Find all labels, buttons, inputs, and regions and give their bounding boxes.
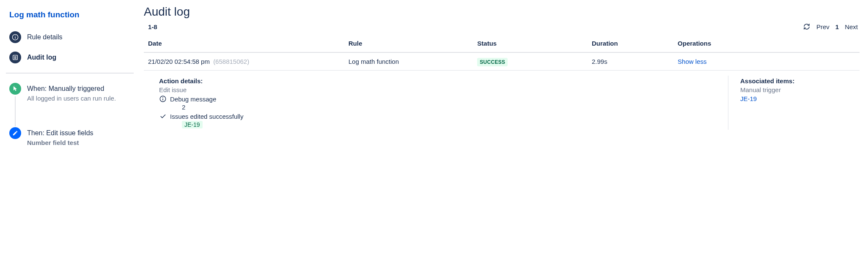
page-title: Audit log (144, 5, 860, 19)
associated-label: Associated items: (740, 77, 851, 85)
audit-table: Date Rule Status Duration Operations 21/… (144, 35, 860, 135)
row-id: (658815062) (213, 58, 249, 65)
col-rule: Rule (344, 35, 473, 52)
step-title: When: Manually triggered (27, 84, 116, 94)
svg-rect-2 (15, 37, 15, 39)
row-date: 21/02/20 02:54:58 pm (148, 58, 210, 65)
col-date: Date (144, 35, 344, 52)
rule-title[interactable]: Log math function (6, 8, 134, 27)
debug-label: Debug message (170, 96, 216, 103)
step-title: Then: Edit issue fields (27, 128, 93, 138)
status-badge: SUCCESS (477, 58, 508, 66)
step-subtitle: All logged in users can run rule. (27, 94, 116, 104)
action-name: Edit issue (159, 86, 724, 93)
sidebar-item-label: Audit log (27, 54, 56, 61)
associated-issue-link[interactable]: JE-19 (740, 95, 757, 102)
refresh-icon[interactable] (803, 23, 810, 30)
action-details-label: Action details: (159, 77, 724, 85)
debug-value: 2 (159, 104, 724, 111)
divider (6, 73, 134, 74)
show-less-link[interactable]: Show less (678, 58, 706, 65)
issue-pill[interactable]: JE-19 (182, 121, 203, 128)
list-icon (9, 52, 21, 63)
action-details: Action details: Edit issue Debug message… (148, 76, 728, 130)
svg-rect-9 (162, 98, 163, 101)
pager-prev[interactable]: Prev (816, 23, 830, 30)
associated-items: Associated items: Manual trigger JE-19 (728, 76, 855, 130)
success-label: Issues edited successfully (170, 113, 243, 120)
rule-step-trigger[interactable]: When: Manually triggered All logged in u… (6, 81, 134, 105)
svg-point-1 (15, 35, 16, 36)
pager: Prev 1 Next (803, 23, 858, 30)
pager-next[interactable]: Next (845, 23, 858, 30)
row-duration: 2.99s (588, 52, 673, 71)
connector-line (15, 96, 16, 126)
svg-point-8 (162, 97, 163, 98)
pencil-icon (9, 127, 21, 139)
sidebar-item-label: Rule details (27, 33, 63, 41)
step-subtitle: Number field test (27, 138, 93, 148)
col-status: Status (473, 35, 588, 52)
table-row: 21/02/20 02:54:58 pm (658815062) Log mat… (144, 52, 860, 71)
rule-step-action[interactable]: Then: Edit issue fields Number field tes… (6, 126, 134, 150)
col-duration: Duration (588, 35, 673, 52)
info-outline-icon (159, 95, 167, 103)
col-operations: Operations (673, 35, 860, 52)
cursor-icon (9, 83, 21, 95)
result-range: 1-8 (148, 23, 157, 30)
pager-current: 1 (835, 23, 839, 30)
sidebar-item-audit-log[interactable]: Audit log (6, 47, 134, 68)
row-rule: Log math function (344, 52, 473, 71)
check-icon (159, 112, 167, 120)
associated-trigger: Manual trigger (740, 86, 851, 93)
sidebar-item-rule-details[interactable]: Rule details (6, 27, 134, 47)
info-icon (9, 31, 21, 43)
